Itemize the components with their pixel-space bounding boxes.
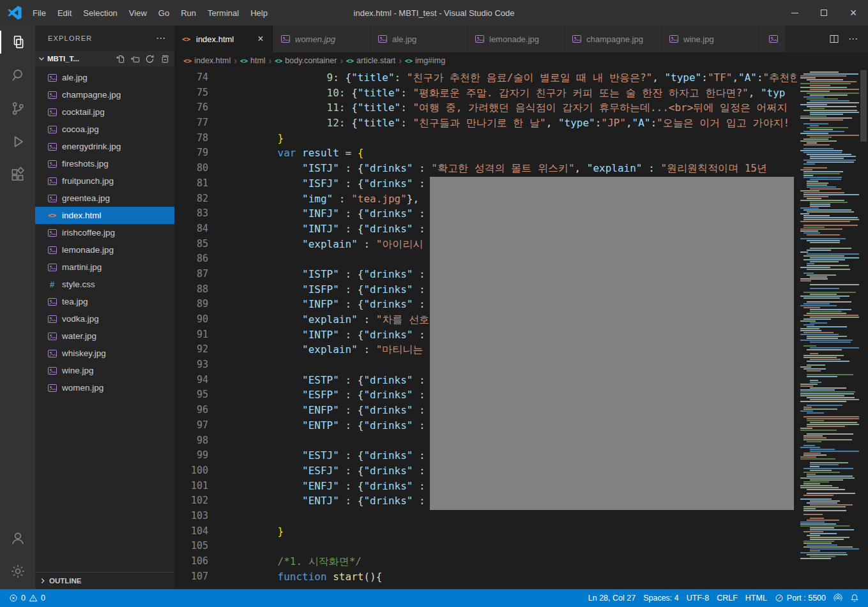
file-item-irishcoffee.jpg[interactable]: irishcoffee.jpg xyxy=(35,224,174,241)
file-item-style.css[interactable]: #style.css xyxy=(35,276,174,293)
line-number[interactable]: 105 xyxy=(174,539,253,554)
line-number[interactable]: 74 xyxy=(174,70,253,86)
scrollbar-thumb[interactable] xyxy=(860,70,867,142)
code-line-79[interactable]: 79 var result = { xyxy=(174,146,797,161)
line-number[interactable]: 95 xyxy=(174,387,253,403)
file-item-champagne.jpg[interactable]: champagne.jpg xyxy=(35,86,174,103)
collapse-all-icon[interactable] xyxy=(158,53,171,65)
activity-extensions-icon[interactable] xyxy=(0,158,35,191)
activity-run-debug-icon[interactable] xyxy=(0,125,35,158)
line-number[interactable]: 78 xyxy=(174,131,253,146)
line-number[interactable]: 100 xyxy=(174,463,253,479)
close-tab-icon[interactable]: × xyxy=(255,33,266,45)
line-number[interactable]: 91 xyxy=(174,327,253,343)
file-item-tea.jpg[interactable]: tea.jpg xyxy=(35,293,174,310)
file-item-fruitpunch.jpg[interactable]: fruitpunch.jpg xyxy=(35,172,174,190)
settings-icon[interactable] xyxy=(0,555,35,588)
menu-selection[interactable]: Selection xyxy=(77,0,123,26)
file-item-wine.jpg[interactable]: wine.jpg xyxy=(35,362,174,379)
breadcrumb-item[interactable]: <>html xyxy=(240,56,266,65)
cursor-position[interactable]: Ln 28, Col 27 xyxy=(584,594,639,603)
breadcrumb-item[interactable]: <>body.container xyxy=(275,56,337,65)
new-file-icon[interactable] xyxy=(114,53,126,65)
line-number[interactable]: 94 xyxy=(174,373,253,388)
line-number[interactable]: 81 xyxy=(174,176,253,191)
maximize-button[interactable] xyxy=(809,0,839,26)
line-number[interactable]: 77 xyxy=(174,116,253,131)
code-editor[interactable]: 74 9: {"title": "친구가 추천한 음료/술이 별로일 때 내 반… xyxy=(174,69,868,589)
line-number[interactable]: 103 xyxy=(174,509,253,524)
code-line-78[interactable]: 78 } xyxy=(174,131,797,146)
breadcrumb-item[interactable]: <>index.html xyxy=(183,56,231,65)
line-number[interactable]: 86 xyxy=(174,251,253,267)
problems-indicator[interactable]: 0 0 xyxy=(5,589,49,607)
tab-wine.jpg[interactable]: wine.jpg xyxy=(662,26,759,52)
minimize-button[interactable] xyxy=(780,0,809,26)
minimap[interactable] xyxy=(797,69,859,589)
code-line-107[interactable]: 107 function start(){ xyxy=(174,569,797,585)
line-number[interactable]: 90 xyxy=(174,312,253,327)
broadcast-button[interactable] xyxy=(830,594,846,603)
eol-sequence[interactable]: CRLF xyxy=(713,594,742,603)
file-item-vodka.jpg[interactable]: vodka.jpg xyxy=(35,310,174,327)
menu-help[interactable]: Help xyxy=(245,0,273,26)
scrollbar[interactable] xyxy=(859,69,868,589)
file-item-fireshots.jpg[interactable]: fireshots.jpg xyxy=(35,155,174,172)
line-number[interactable]: 83 xyxy=(174,206,253,221)
line-number[interactable]: 84 xyxy=(174,221,253,237)
split-editor-button[interactable] xyxy=(828,33,840,45)
tab-partial[interactable] xyxy=(759,26,786,52)
file-item-energydrink.jpg[interactable]: energydrink.jpg xyxy=(35,138,174,155)
line-number[interactable]: 93 xyxy=(174,357,253,373)
tab-index.html[interactable]: <>index.html× xyxy=(174,26,273,52)
code-line-103[interactable]: 103 xyxy=(174,509,797,524)
menu-terminal[interactable]: Terminal xyxy=(202,0,245,26)
breadcrumb-item[interactable]: <>article.start xyxy=(346,56,395,65)
refresh-icon[interactable] xyxy=(144,53,156,65)
file-item-cocktail.jpg[interactable]: cocktail.jpg xyxy=(35,103,174,121)
menu-view[interactable]: View xyxy=(123,0,153,26)
tab-lemonade.jpg[interactable]: lemonade.jpg xyxy=(468,26,565,52)
line-number[interactable]: 96 xyxy=(174,403,253,418)
line-number[interactable]: 104 xyxy=(174,524,253,539)
line-number[interactable]: 82 xyxy=(174,191,253,207)
line-number[interactable]: 102 xyxy=(174,493,253,509)
menu-file[interactable]: File xyxy=(27,0,52,26)
outline-section[interactable]: OUTLINE xyxy=(35,572,174,589)
line-number[interactable]: 79 xyxy=(174,146,253,161)
new-folder-icon[interactable] xyxy=(129,53,141,65)
code-line-74[interactable]: 74 9: {"title": "친구가 추천한 음료/술이 별로일 때 내 반… xyxy=(174,70,797,86)
line-number[interactable]: 85 xyxy=(174,237,253,252)
line-number[interactable]: 92 xyxy=(174,342,253,357)
explorer-more-actions-icon[interactable]: ⋯ xyxy=(156,33,165,44)
menu-go[interactable]: Go xyxy=(153,0,175,26)
line-number[interactable]: 98 xyxy=(174,433,253,449)
file-item-greentea.jpg[interactable]: greentea.jpg xyxy=(35,190,174,207)
line-number[interactable]: 101 xyxy=(174,479,253,494)
file-item-martini.jpg[interactable]: martini.jpg xyxy=(35,259,174,276)
code-line-105[interactable]: 105 xyxy=(174,539,797,554)
activity-explorer-icon[interactable] xyxy=(0,26,35,59)
activity-search-icon[interactable] xyxy=(0,59,35,92)
code-line-80[interactable]: 80 "ISTJ" : {"drinks" : "확고한 성격의 몰트 위스키"… xyxy=(174,161,797,176)
notifications-button[interactable] xyxy=(846,594,863,603)
code-line-104[interactable]: 104 } xyxy=(174,524,797,539)
live-server-port[interactable]: Port : 5500 xyxy=(771,594,830,603)
code-line-106[interactable]: 106 /*1. 시작화면*/ xyxy=(174,554,797,569)
encoding[interactable]: UTF-8 xyxy=(683,594,713,603)
close-button[interactable]: × xyxy=(839,0,868,26)
file-item-index.html[interactable]: <>index.html xyxy=(35,207,174,224)
folder-section-header[interactable]: MBTI_T... xyxy=(35,51,174,66)
line-number[interactable]: 99 xyxy=(174,448,253,463)
file-item-lemonade.jpg[interactable]: lemonade.jpg xyxy=(35,241,174,259)
breadcrumb-item[interactable]: <>img#img xyxy=(405,56,445,65)
line-number[interactable]: 80 xyxy=(174,161,253,176)
menu-edit[interactable]: Edit xyxy=(52,0,77,26)
code-line-75[interactable]: 75 10: {"title": "평화로운 주말. 갑자기 친구가 커피 또는… xyxy=(174,86,797,101)
more-actions-button[interactable]: ⋯ xyxy=(848,33,859,45)
file-item-water.jpg[interactable]: water.jpg xyxy=(35,327,174,345)
code-line-76[interactable]: 76 11: {"title": "여행 중, 가려했던 음식점이 갑자기 휴무… xyxy=(174,100,797,116)
line-number[interactable]: 89 xyxy=(174,297,253,312)
file-item-whiskey.jpg[interactable]: whiskey.jpg xyxy=(35,345,174,362)
code-line-77[interactable]: 77 12: {"title": "친구들과 만나기로 한 날", "type"… xyxy=(174,116,797,131)
